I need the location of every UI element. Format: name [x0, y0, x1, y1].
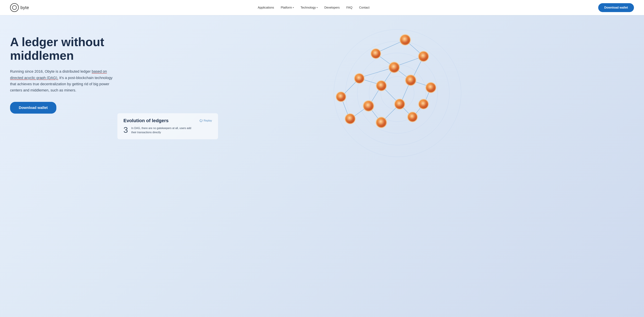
nav-item-technology: Technology ▾ — [300, 6, 318, 10]
nav-item-developers: Developers — [324, 6, 340, 10]
logo-icon — [12, 5, 17, 10]
technology-dropdown-arrow: ▾ — [317, 6, 318, 9]
evolution-content: 3 In DAG, there are no gatekeepers at al… — [124, 126, 212, 135]
hero-right-content: Evolution of ledgers Replay 3 In DAG, th… — [114, 29, 634, 146]
nav-item-applications: Applications — [258, 6, 274, 10]
hero-download-wallet-button[interactable]: Download wallet — [10, 102, 56, 114]
nav-link-contact[interactable]: Contact — [359, 6, 370, 10]
dag-node-inner — [397, 101, 403, 107]
hero-description: Running since 2016, Obyte is a distribut… — [10, 68, 114, 94]
evolution-title: Evolution of ledgers — [124, 118, 168, 123]
nav-item-faq: FAQ — [346, 6, 352, 10]
replay-button[interactable]: Replay — [200, 119, 212, 122]
dag-node-inner — [410, 114, 416, 120]
evolution-panel: Evolution of ledgers Replay 3 In DAG, th… — [118, 113, 218, 139]
dag-node-inner — [378, 83, 384, 89]
dag-node-inner — [428, 84, 434, 91]
evolution-step-text: In DAG, there are no gatekeepers at all,… — [131, 126, 192, 135]
nav-link-faq[interactable]: FAQ — [346, 6, 352, 10]
nav-link-applications[interactable]: Applications — [258, 6, 274, 10]
logo-link[interactable]: byte — [10, 3, 29, 12]
dag-node-inner — [338, 94, 344, 100]
dag-node-inner — [420, 101, 426, 107]
dag-node-inner — [420, 53, 427, 59]
replay-icon — [200, 119, 202, 122]
dag-node-inner — [407, 77, 414, 83]
evolution-header: Evolution of ledgers Replay — [124, 118, 212, 123]
nav-link-platform[interactable]: Platform ▾ — [281, 6, 294, 10]
platform-dropdown-arrow: ▾ — [293, 6, 294, 9]
dag-node-inner — [356, 76, 362, 81]
nav-link-technology[interactable]: Technology ▾ — [300, 6, 318, 10]
evolution-step-number: 3 — [124, 126, 128, 134]
dag-node-inner — [391, 64, 398, 71]
logo-text: byte — [20, 5, 29, 10]
svg-marker-2 — [202, 120, 202, 120]
dag-node-inner — [373, 51, 379, 57]
logo-circle — [10, 3, 19, 12]
svg-point-0 — [12, 6, 16, 10]
dag-node-inner — [365, 103, 372, 109]
nav-download-wallet-button[interactable]: Download wallet — [598, 3, 634, 12]
hero-section: A ledger without middlemen Running since… — [0, 15, 644, 317]
hero-left-content: A ledger without middlemen Running since… — [10, 29, 114, 114]
dag-node-inner — [402, 37, 408, 43]
nav-item-platform: Platform ▾ — [281, 6, 294, 10]
nav-link-developers[interactable]: Developers — [324, 6, 340, 10]
dag-node-inner — [378, 119, 384, 126]
nav-item-contact: Contact — [359, 6, 370, 10]
dag-node-inner — [347, 116, 353, 122]
nav-menu: Applications Platform ▾ Technology ▾ Dev… — [258, 6, 370, 10]
navbar: byte Applications Platform ▾ Technology … — [0, 0, 644, 15]
hero-title: A ledger without middlemen — [10, 35, 114, 62]
